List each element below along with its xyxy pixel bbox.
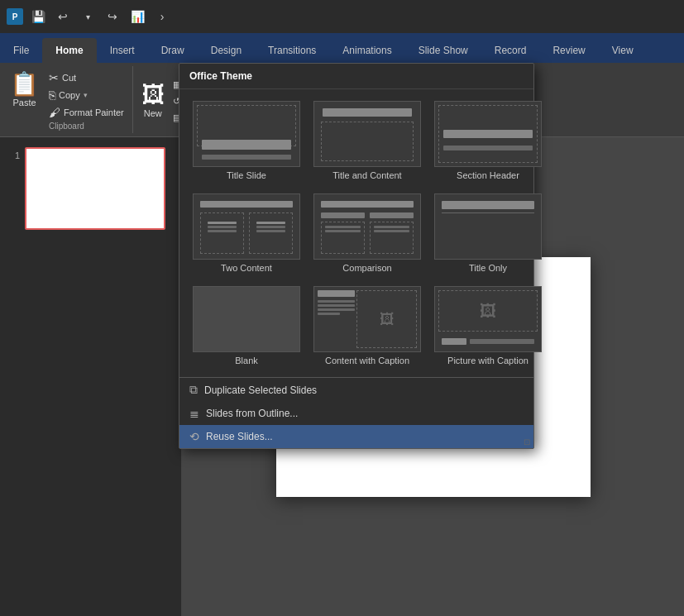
layout-item-blank[interactable]: Blank (189, 283, 304, 369)
slides-from-outline-item[interactable]: ≣ Slides from Outline... (179, 402, 533, 425)
layout-thumb-two-content (193, 193, 300, 260)
new-slide-dropdown: Office Theme Title Slide (179, 63, 534, 449)
cut-icon: ✂ (49, 71, 59, 84)
layout-label-comparison: Comparison (342, 263, 391, 273)
paste-icon: 📋 (10, 73, 39, 96)
new-slide-label: New (144, 108, 162, 118)
layout-label-title-only: Title Only (469, 263, 507, 273)
layout-label-content-caption: Content with Caption (325, 356, 409, 365)
tab-slideshow[interactable]: Slide Show (405, 38, 481, 63)
layout-item-content-caption[interactable]: 🖼 Content with Caption (310, 283, 424, 369)
layout-thumb-blank (193, 286, 300, 352)
copy-button[interactable]: ⎘ Copy ▾ (45, 87, 127, 103)
layout-item-two-content[interactable]: Two Content (189, 190, 304, 276)
layout-label-title-slide: Title Slide (227, 170, 266, 180)
quick-access-button[interactable]: 📊 (127, 7, 147, 26)
tab-review[interactable]: Review (539, 38, 598, 63)
tab-view[interactable]: View (599, 38, 647, 63)
more-button[interactable]: › (152, 7, 172, 26)
slides-panel: 1 (0, 137, 182, 616)
tab-transitions[interactable]: Transitions (255, 38, 329, 63)
cut-label: Cut (62, 73, 76, 83)
duplicate-icon: ⧉ (189, 383, 198, 397)
new-slide-button[interactable]: 🖼 New (138, 78, 168, 122)
layout-thumb-title-only (434, 193, 542, 260)
paste-label: Paste (12, 98, 36, 107)
reuse-label: Reuse Slides... (206, 431, 273, 442)
tab-draw[interactable]: Draw (148, 38, 198, 63)
cut-button[interactable]: ✂ Cut (45, 69, 127, 86)
slide-thumb-1[interactable]: 1 (3, 144, 178, 233)
layout-item-section-header[interactable]: Section Header (431, 98, 545, 184)
undo-dropdown[interactable]: ▾ (78, 7, 98, 26)
layout-label-two-content: Two Content (221, 263, 272, 273)
layout-thumb-picture-caption: 🖼 (434, 286, 542, 352)
tab-record[interactable]: Record (481, 38, 540, 63)
resize-handle: ⊡ (524, 437, 530, 446)
format-painter-icon: 🖌 (49, 106, 60, 119)
outline-icon: ≣ (189, 407, 199, 420)
copy-icon: ⎘ (49, 88, 55, 102)
app-icon: P (7, 8, 23, 25)
duplicate-label: Duplicate Selected Slides (204, 384, 317, 396)
format-painter-label: Format Painter (64, 107, 124, 117)
title-bar: P 💾 ↩ ▾ ↪ 📊 › (0, 0, 684, 33)
layout-grid: Title Slide Title and Content (179, 89, 533, 377)
layout-label-section-header: Section Header (457, 170, 519, 180)
layout-thumb-content-caption: 🖼 (313, 286, 421, 352)
layout-label-blank: Blank (235, 356, 258, 365)
new-slide-icon: 🖼 (141, 81, 165, 108)
layout-item-title-content[interactable]: Title and Content (310, 98, 424, 184)
paste-button[interactable]: 📋 Paste (5, 69, 44, 130)
duplicate-slides-item[interactable]: ⧉ Duplicate Selected Slides (179, 378, 533, 402)
copy-label: Copy (59, 90, 80, 100)
layout-label-picture-caption: Picture with Caption (447, 356, 529, 365)
tab-animations[interactable]: Animations (329, 38, 404, 63)
layout-item-title-only[interactable]: Title Only (431, 190, 545, 276)
tab-design[interactable]: Design (198, 38, 255, 63)
tab-file[interactable]: File (0, 38, 42, 63)
format-painter-button[interactable]: 🖌 Format Painter (45, 104, 127, 121)
layout-item-comparison[interactable]: Comparison (310, 190, 424, 276)
reuse-icon: ⟲ (189, 430, 199, 443)
layout-item-picture-caption[interactable]: 🖼 Picture with Caption (431, 283, 545, 369)
slide-number-1: 1 (7, 150, 20, 160)
dropdown-header: Office Theme (179, 64, 533, 89)
layout-thumb-title-slide (193, 101, 300, 167)
slide-preview-1[interactable] (25, 147, 165, 230)
ribbon-tabs: File Home Insert Draw Design Transitions… (0, 33, 684, 63)
undo-button[interactable]: ↩ (53, 7, 73, 26)
outline-label: Slides from Outline... (206, 408, 298, 419)
layout-label-title-content: Title and Content (332, 170, 401, 180)
clipboard-group: 📋 Paste ✂ Cut ⎘ Copy ▾ 🖌 Format Painter … (0, 66, 133, 133)
layout-thumb-section-header (434, 101, 542, 167)
clipboard-label: Clipboard (45, 122, 127, 131)
tab-home[interactable]: Home (42, 38, 96, 63)
clipboard-small-buttons: ✂ Cut ⎘ Copy ▾ 🖌 Format Painter Clipboar… (45, 69, 127, 130)
tab-insert[interactable]: Insert (97, 38, 148, 63)
save-button[interactable]: 💾 (28, 7, 48, 26)
redo-button[interactable]: ↪ (103, 7, 122, 26)
copy-dropdown-arrow[interactable]: ▾ (84, 91, 88, 99)
layout-item-title-slide[interactable]: Title Slide (189, 98, 304, 184)
layout-thumb-title-content (313, 101, 421, 167)
reuse-slides-item[interactable]: ⟲ Reuse Slides... (179, 425, 533, 448)
layout-thumb-comparison (313, 193, 421, 260)
